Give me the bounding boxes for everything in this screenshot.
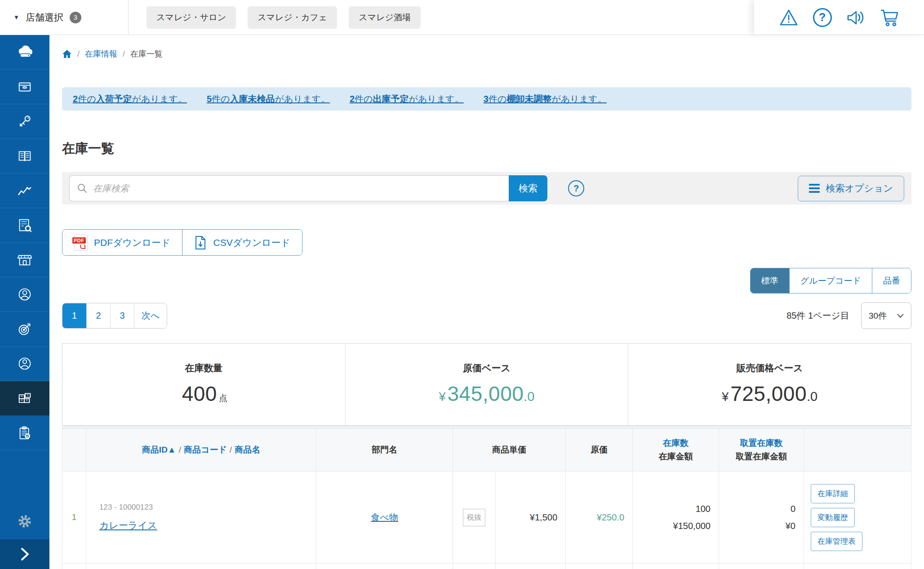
stock-amount: ¥150,000 xyxy=(633,517,711,534)
tab-group-code[interactable]: グループコード xyxy=(789,268,872,293)
actions-cell: 在庫詳細 変動履歴 在庫管理表 xyxy=(804,471,911,564)
home-icon[interactable] xyxy=(62,49,72,59)
page-button-2[interactable]: 2 xyxy=(86,303,110,328)
tab-standard[interactable]: 標準 xyxy=(751,268,789,293)
header-reserved[interactable]: 取置在庫数取置在庫金額 xyxy=(719,429,804,471)
page-button-next[interactable]: 次へ xyxy=(134,303,167,328)
header-unit-price-sort[interactable]: 商品単価 xyxy=(453,429,566,471)
product-cell: 123 - 10000123 カレーライス xyxy=(86,471,316,564)
unit-price-cell: ¥1,500 xyxy=(496,471,566,564)
pager-right: 85件 1ページ目 30件 xyxy=(786,302,911,329)
summary-cards: 在庫数量 400点 原価ベース ¥345,000.0 販売価格ベース ¥725,… xyxy=(62,343,911,426)
page-button-1[interactable]: 1 xyxy=(62,303,86,328)
sidebar-item-checklist[interactable] xyxy=(0,416,49,450)
store-tab-salon[interactable]: スマレジ・サロン xyxy=(147,6,236,29)
csv-download-icon xyxy=(194,236,207,250)
notice-bar: 2件の入荷予定があります。 5件の入庫未検品があります。 2件の出庫予定がありま… xyxy=(62,87,911,111)
stock-sheet-button[interactable]: 在庫管理表 xyxy=(811,532,862,551)
breadcrumb-separator: / xyxy=(77,49,80,59)
alert-icon[interactable] xyxy=(778,7,800,28)
sidebar-item-store[interactable] xyxy=(0,243,49,277)
download-button-group: PDF PDFダウンロード CSVダウンロード xyxy=(62,229,302,256)
sidebar-item-key[interactable] xyxy=(0,104,49,139)
header-cost-sort[interactable]: 原価 xyxy=(566,429,633,471)
page-button-3[interactable]: 3 xyxy=(110,303,134,328)
stock-qty: 100 xyxy=(633,500,711,517)
sidebar-item-cloud[interactable] xyxy=(0,35,49,70)
sidebar-expand-chevron[interactable] xyxy=(0,539,49,569)
caret-down-icon: ▼ xyxy=(13,14,19,21)
cost-base-value: ¥345,000.0 xyxy=(439,382,535,406)
search-options-button[interactable]: 検索オプション xyxy=(798,176,904,201)
tax-badge: 税抜 xyxy=(463,509,485,526)
store-count-badge: 3 xyxy=(70,12,81,23)
pdf-download-button[interactable]: PDF PDFダウンロード xyxy=(62,230,182,255)
notice-link-stocktake[interactable]: 3件の棚卸未調整があります。 xyxy=(484,93,607,105)
stock-detail-button[interactable]: 在庫詳細 xyxy=(811,484,855,503)
cart-icon[interactable] xyxy=(879,7,900,28)
search-button[interactable]: 検索 xyxy=(509,175,547,201)
table-header-row: 商品ID▲/商品コード/商品名 部門名 商品単価 原価 在庫数在庫金額 取置在庫… xyxy=(62,429,911,471)
sales-price-base-value: ¥725,000.0 xyxy=(722,382,817,406)
breadcrumb-current: 在庫一覧 xyxy=(130,49,163,59)
csv-download-button[interactable]: CSVダウンロード xyxy=(182,230,302,255)
search-help-icon[interactable]: ? xyxy=(568,180,584,196)
topbar: ▼ 店舗選択 3 スマレジ・サロン スマレジ・カフェ スマレジ酒場 ? xyxy=(0,0,924,35)
settings-gear-icon[interactable] xyxy=(0,508,49,535)
sidebar-item-stock-shelf[interactable] xyxy=(0,381,49,416)
breadcrumb: / 在庫情報 / 在庫一覧 xyxy=(62,49,911,59)
stock-cell: 100 ¥150,000 xyxy=(633,471,719,564)
pager: 1 2 3 次へ xyxy=(62,303,167,329)
sidebar-item-book[interactable] xyxy=(0,139,49,173)
row-number: 1 xyxy=(62,471,86,564)
view-tabs-row: 標準 グループコード 品番 xyxy=(62,268,911,293)
page-size-select[interactable]: 30件 xyxy=(861,302,911,329)
help-icon[interactable]: ? xyxy=(812,7,833,28)
change-history-button[interactable]: 変動履歴 xyxy=(811,508,855,527)
table-row-partial xyxy=(62,564,911,569)
notice-link-outgoing[interactable]: 2件の出庫予定があります。 xyxy=(350,93,464,105)
sidebar-item-storage-box[interactable] xyxy=(0,70,49,104)
header-actions xyxy=(804,429,911,471)
summary-sales-price-base: 販売価格ベース ¥725,000.0 xyxy=(628,344,911,425)
store-tab-cafe[interactable]: スマレジ・カフェ xyxy=(248,6,337,29)
sidebar-item-staff[interactable] xyxy=(0,347,49,381)
header-stock[interactable]: 在庫数在庫金額 xyxy=(633,429,719,471)
breadcrumb-link-inventory-info[interactable]: 在庫情報 xyxy=(85,49,117,59)
inventory-table: 商品ID▲/商品コード/商品名 部門名 商品単価 原価 在庫数在庫金額 取置在庫… xyxy=(62,428,911,569)
tab-item-number[interactable]: 品番 xyxy=(872,268,911,293)
store-tab-sakaba[interactable]: スマレジ酒場 xyxy=(349,6,421,29)
sidebar-item-report-search[interactable] xyxy=(0,208,49,243)
sidebar-item-member[interactable] xyxy=(0,277,49,312)
reserved-qty: 0 xyxy=(719,500,795,517)
product-name-link[interactable]: カレーライス xyxy=(99,519,157,532)
breadcrumb-separator: / xyxy=(123,49,125,59)
view-tabs: 標準 グループコード 品番 xyxy=(750,268,911,293)
reserved-amount: ¥0 xyxy=(719,517,795,534)
main-content: / 在庫情報 / 在庫一覧 2件の入荷予定があります。 5件の入庫未検品がありま… xyxy=(49,35,924,569)
header-department: 部門名 xyxy=(316,429,453,471)
sidebar xyxy=(0,35,49,569)
tax-cell: 税抜 xyxy=(453,471,496,564)
hamburger-icon xyxy=(809,184,820,193)
reserved-cell: 0 ¥0 xyxy=(719,471,804,564)
sidebar-item-trend-chart[interactable] xyxy=(0,173,49,208)
search-group: 検索 xyxy=(69,175,547,201)
pdf-file-icon: PDF xyxy=(74,235,88,251)
department-cell: 食べ物 xyxy=(316,471,453,564)
header-product-sort[interactable]: 商品ID▲/商品コード/商品名 xyxy=(86,429,316,471)
notice-link-incoming[interactable]: 2件の入荷予定があります。 xyxy=(73,93,187,105)
stock-quantity-value: 400点 xyxy=(180,382,227,406)
announcement-icon[interactable] xyxy=(845,7,866,28)
search-input[interactable] xyxy=(93,183,502,194)
pagination-row: 1 2 3 次へ 85件 1ページ目 30件 xyxy=(62,300,911,331)
summary-cost-base: 原価ベース ¥345,000.0 xyxy=(345,344,628,425)
notice-link-uninspected[interactable]: 5件の入庫未検品があります。 xyxy=(207,93,330,105)
cost-cell: ¥250.0 xyxy=(566,471,633,564)
department-link[interactable]: 食べ物 xyxy=(371,512,398,522)
inventory-list-page: ▼ 店舗選択 3 スマレジ・サロン スマレジ・カフェ スマレジ酒場 ? xyxy=(0,0,924,569)
search-strip: 検索 ? 検索オプション xyxy=(62,172,911,204)
store-select-button[interactable]: ▼ 店舗選択 3 xyxy=(0,0,129,35)
sidebar-item-target[interactable] xyxy=(0,312,49,347)
search-icon xyxy=(77,183,88,194)
